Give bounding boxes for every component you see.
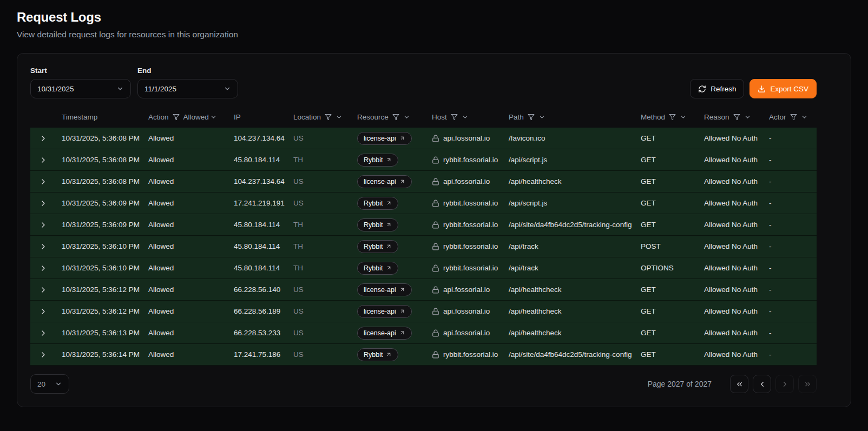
expand-cell	[30, 327, 56, 340]
column-header-timestamp[interactable]: Timestamp	[56, 113, 143, 121]
resource-badge[interactable]: Rybbit	[357, 240, 398, 253]
filter-icon[interactable]	[669, 114, 676, 121]
column-header-method[interactable]: Method	[635, 113, 699, 121]
column-header-ip[interactable]: IP	[228, 113, 288, 121]
table-row[interactable]: 10/31/2025, 5:36:12 PM Allowed 66.228.56…	[30, 279, 817, 301]
chevron-down-icon[interactable]	[680, 114, 687, 121]
prev-page-button[interactable]	[753, 375, 771, 393]
resource-badge[interactable]: license-api	[357, 305, 412, 318]
cell-host: api.fossorial.io	[426, 134, 503, 142]
resource-badge[interactable]: Rybbit	[357, 218, 398, 231]
start-date-select[interactable]: 10/31/2025	[30, 79, 131, 98]
lock-icon	[432, 308, 439, 315]
cell-ip: 45.80.184.114	[228, 221, 288, 229]
cell-host: api.fossorial.io	[426, 329, 503, 337]
expand-row-button[interactable]	[37, 283, 50, 296]
column-label: Action	[148, 113, 169, 121]
resource-badge[interactable]: license-api	[357, 283, 412, 296]
resource-badge[interactable]: Rybbit	[357, 262, 398, 275]
chevron-right-icon	[781, 380, 789, 388]
filter-icon[interactable]	[325, 114, 332, 121]
chevron-down-icon[interactable]	[801, 114, 808, 121]
refresh-button[interactable]: Refresh	[690, 79, 744, 98]
table-row[interactable]: 10/31/2025, 5:36:10 PM Allowed 45.80.184…	[30, 236, 817, 257]
table-row[interactable]: 10/31/2025, 5:36:08 PM Allowed 104.237.1…	[30, 171, 817, 193]
resource-badge[interactable]: license-api	[357, 175, 412, 188]
cell-resource: license-api	[352, 132, 426, 145]
lock-icon	[432, 243, 439, 250]
resource-badge[interactable]: Rybbit	[357, 348, 398, 361]
resource-badge[interactable]: Rybbit	[357, 154, 398, 167]
lock-icon	[432, 200, 439, 207]
chevron-left-icon	[758, 380, 766, 388]
cell-actor: -	[764, 329, 816, 337]
cell-path: /api/site/da4fb64dc2d5/tracking-config	[503, 221, 635, 229]
chevron-down-icon[interactable]	[403, 114, 410, 121]
first-page-button[interactable]	[730, 375, 748, 393]
chevrons-left-icon	[735, 380, 744, 388]
resource-badge[interactable]: Rybbit	[357, 197, 398, 210]
expand-row-button[interactable]	[37, 240, 50, 253]
filter-icon[interactable]	[173, 114, 180, 121]
filter-icon[interactable]	[451, 114, 458, 121]
chevron-right-icon	[39, 156, 48, 164]
resource-name: license-api	[364, 178, 396, 185]
next-page-button[interactable]	[775, 375, 794, 393]
expand-row-button[interactable]	[37, 154, 50, 167]
filter-icon[interactable]	[528, 114, 535, 121]
column-header-action[interactable]: Action Allowed	[143, 113, 228, 121]
page-size-select[interactable]: 20	[30, 374, 69, 394]
chevron-down-icon[interactable]	[744, 114, 751, 121]
expand-row-button[interactable]	[37, 132, 50, 145]
expand-row-button[interactable]	[37, 348, 50, 361]
start-date-field: Start 10/31/2025	[30, 67, 131, 98]
column-header-resource[interactable]: Resource	[352, 113, 426, 121]
expand-cell	[30, 175, 56, 188]
filter-icon[interactable]	[392, 114, 399, 121]
last-page-button[interactable]	[798, 375, 817, 393]
table-row[interactable]: 10/31/2025, 5:36:12 PM Allowed 66.228.56…	[30, 301, 817, 322]
table-row[interactable]: 10/31/2025, 5:36:08 PM Allowed 104.237.1…	[30, 128, 817, 149]
external-link-icon	[386, 243, 392, 249]
resource-badge[interactable]: license-api	[357, 327, 412, 340]
export-csv-button[interactable]: Export CSV	[749, 79, 817, 98]
chevron-down-icon[interactable]	[336, 114, 343, 121]
column-header-reason[interactable]: Reason	[699, 113, 764, 121]
column-header-path[interactable]: Path	[503, 113, 635, 121]
filter-icon[interactable]	[790, 114, 797, 121]
cell-actor: -	[764, 221, 816, 229]
date-range-filters: Start 10/31/2025 End 11/1/2025	[30, 67, 238, 98]
cell-actor: -	[764, 307, 816, 315]
column-header-location[interactable]: Location	[288, 113, 352, 121]
column-header-actor[interactable]: Actor	[764, 113, 816, 121]
table-row[interactable]: 10/31/2025, 5:36:13 PM Allowed 66.228.53…	[30, 322, 817, 344]
table-row[interactable]: 10/31/2025, 5:36:14 PM Allowed 17.241.75…	[30, 344, 817, 366]
expand-row-button[interactable]	[37, 197, 50, 210]
cell-timestamp: 10/31/2025, 5:36:13 PM	[56, 329, 143, 337]
cell-action: Allowed	[143, 156, 228, 164]
expand-row-button[interactable]	[37, 327, 50, 340]
chevrons-right-icon	[804, 380, 812, 388]
refresh-icon	[698, 85, 706, 93]
expand-row-button[interactable]	[37, 262, 50, 275]
expand-row-button[interactable]	[37, 175, 50, 188]
table-row[interactable]: 10/31/2025, 5:36:09 PM Allowed 45.80.184…	[30, 214, 817, 236]
resource-badge[interactable]: license-api	[357, 132, 412, 145]
cell-timestamp: 10/31/2025, 5:36:08 PM	[56, 177, 143, 185]
end-date-select[interactable]: 11/1/2025	[137, 79, 238, 98]
table-row[interactable]: 10/31/2025, 5:36:09 PM Allowed 17.241.21…	[30, 193, 817, 214]
chevron-down-icon[interactable]	[462, 114, 469, 121]
cell-location: US	[288, 177, 352, 185]
action-filter-dropdown[interactable]: Allowed	[183, 113, 217, 121]
chevron-down-icon[interactable]	[538, 114, 545, 121]
cell-resource: license-api	[352, 175, 426, 188]
resource-name: Rybbit	[364, 351, 383, 359]
expand-row-button[interactable]	[37, 218, 50, 231]
expand-row-button[interactable]	[37, 305, 50, 318]
table-row[interactable]: 10/31/2025, 5:36:10 PM Allowed 45.80.184…	[30, 257, 817, 279]
cell-location: TH	[288, 221, 352, 229]
table-row[interactable]: 10/31/2025, 5:36:08 PM Allowed 45.80.184…	[30, 149, 817, 171]
column-header-host[interactable]: Host	[426, 113, 503, 121]
filter-icon[interactable]	[733, 114, 740, 121]
cell-host: rybbit.fossorial.io	[426, 264, 503, 272]
